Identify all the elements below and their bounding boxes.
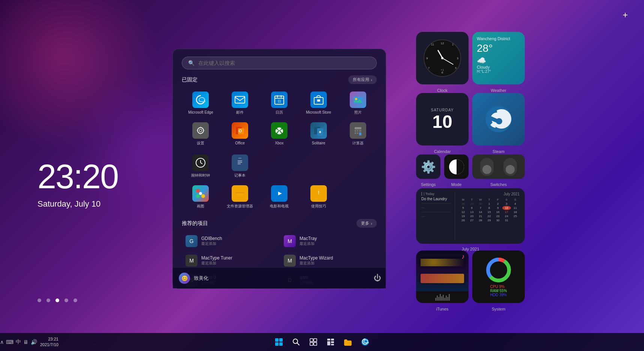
- all-apps-button[interactable]: 所有应用 ›: [348, 75, 377, 84]
- pinned-apps-row3: 闹钟和时钟 记事本: [173, 150, 386, 182]
- tray-speaker[interactable]: 🔊: [31, 339, 37, 345]
- mactype-wizard-icon: M: [284, 255, 296, 267]
- app-notepad[interactable]: 记事本: [221, 152, 259, 181]
- weather-cloud-icon: ☁️: [477, 56, 520, 65]
- xbox-icon: [271, 122, 288, 139]
- widget-weather: Wancheng District 28° ☁️ Cloudy H:°L:27°: [472, 32, 525, 84]
- search-icon: 🔍: [188, 60, 195, 66]
- weather-widget-label: Weather: [472, 88, 525, 93]
- windows-logo-icon: [275, 338, 283, 346]
- page-dots: [37, 298, 77, 302]
- user-avatar: 😊: [179, 273, 190, 284]
- taskbar-search[interactable]: [289, 334, 304, 350]
- svg-rect-63: [327, 341, 330, 345]
- app-edge[interactable]: Microsoft Edge: [182, 88, 220, 118]
- today-task: Do the Laundry: [421, 197, 451, 201]
- svg-rect-28: [357, 130, 358, 132]
- svg-point-42: [201, 189, 205, 193]
- tray-keyboard[interactable]: ⌨: [6, 339, 13, 345]
- tray-monitor[interactable]: 🖥: [23, 339, 28, 345]
- svg-point-14: [355, 98, 357, 100]
- app-clock[interactable]: 闹钟和时钟: [182, 152, 220, 181]
- app-tips[interactable]: ! 使用技巧: [300, 182, 337, 212]
- pinned-header: 已固定 所有应用 ›: [173, 69, 386, 87]
- taskbar-edge-icon: [361, 338, 369, 346]
- mactray-icon: M: [284, 235, 296, 247]
- widget-mode[interactable]: [444, 154, 469, 179]
- tray-lang[interactable]: 中: [16, 339, 21, 345]
- switch-1[interactable]: [480, 158, 494, 176]
- taskview-icon: [310, 338, 317, 346]
- mactype-wizard-sub: 最近添加: [300, 261, 373, 266]
- start-button[interactable]: [271, 334, 286, 350]
- dot-5[interactable]: [73, 298, 77, 302]
- widget-steam: [472, 93, 525, 146]
- app-paint[interactable]: 画图: [182, 182, 220, 212]
- app-store[interactable]: Microsoft Store: [300, 88, 337, 118]
- widget-itunes: ♪: [416, 250, 469, 303]
- cal-day: SATURDAY: [431, 108, 454, 112]
- today-tag: | Today: [421, 192, 451, 196]
- rec-mactray[interactable]: M MacTray 最近添加: [280, 232, 377, 250]
- rec-gdibench[interactable]: G GDIBench 最近添加: [182, 232, 279, 250]
- taskbar-tray: ∧ ⌨ 中 🖥 🔊 23:21 2021/7/10: [0, 336, 62, 348]
- tray-arrow[interactable]: ∧: [0, 339, 4, 345]
- mode-circle: [449, 159, 464, 174]
- app-calendar[interactable]: 日 日历: [261, 88, 298, 118]
- system-donut: [485, 257, 512, 283]
- taskbar-edge[interactable]: [358, 334, 373, 350]
- rec-mactype-tuner[interactable]: M MacType Tuner 最近添加: [182, 252, 279, 270]
- dot-1[interactable]: [37, 298, 41, 302]
- taskbar-clock[interactable]: 23:21 2021/7/10: [40, 336, 58, 348]
- gdibench-icon: G: [186, 235, 198, 247]
- svg-text:!: !: [318, 190, 319, 195]
- svg-rect-30: [355, 132, 356, 134]
- widget-calendar-full: | Today Do the Laundry — — July 2021 MTW…: [416, 188, 525, 244]
- add-widget-button[interactable]: +: [620, 9, 631, 21]
- search-input[interactable]: [198, 60, 370, 66]
- app-movies[interactable]: 电影和电视: [261, 182, 298, 212]
- tips-icon: !: [310, 185, 327, 202]
- calc-icon: [350, 122, 366, 139]
- svg-rect-29: [359, 130, 361, 132]
- files-icon: [232, 185, 248, 202]
- app-mail[interactable]: 邮件: [221, 88, 259, 118]
- search-bar[interactable]: 🔍: [182, 57, 377, 69]
- paint-label: 画图: [197, 204, 204, 208]
- clock-app-icon: [192, 154, 209, 171]
- dot-2[interactable]: [46, 298, 50, 302]
- svg-point-41: [196, 189, 200, 193]
- clock-time: 23:20: [37, 158, 118, 196]
- mode-label: Mode: [444, 182, 469, 187]
- app-office[interactable]: O Office: [221, 119, 259, 148]
- app-files[interactable]: 文件资源管理器: [221, 182, 259, 212]
- taskbar-widgets[interactable]: [323, 334, 338, 350]
- switch-2[interactable]: [503, 158, 517, 176]
- app-xbox[interactable]: Xbox: [261, 119, 298, 148]
- user-profile[interactable]: 😊 致美化: [179, 273, 208, 284]
- taskbar-taskview[interactable]: [306, 334, 321, 350]
- rec-mactype-wizard[interactable]: M MacType Wizard 最近添加: [280, 252, 377, 270]
- pinned-apps-row4: 画图 文件资源管理器 电影和电视: [173, 182, 386, 213]
- svg-rect-52: [279, 338, 283, 342]
- cal-date: 10: [432, 113, 452, 131]
- hdd-stat: HDD 39%: [490, 293, 507, 297]
- paint-icon: [192, 185, 209, 202]
- more-button[interactable]: 更多 ›: [356, 219, 377, 228]
- widget-settings[interactable]: ⚙️: [416, 154, 440, 179]
- app-calc[interactable]: 计算器: [339, 119, 377, 148]
- photos-icon: [350, 92, 366, 108]
- dot-3[interactable]: [55, 298, 59, 302]
- dot-4[interactable]: [64, 298, 68, 302]
- steam-logo-icon: [484, 104, 514, 134]
- app-settings[interactable]: 设置: [182, 119, 220, 148]
- settings-icon: [192, 122, 209, 139]
- widget-clock: 12 3 6 9 1 11 5 7 +1: [416, 32, 469, 84]
- widget-calendar: SATURDAY 10: [416, 93, 469, 146]
- taskbar-explorer[interactable]: [340, 334, 355, 350]
- app-photos[interactable]: 照片: [339, 88, 377, 118]
- itunes-label: iTunes: [416, 307, 469, 311]
- power-button[interactable]: ⏻: [374, 274, 381, 282]
- app-solitaire[interactable]: ♠ Solitaire: [300, 119, 337, 148]
- svg-rect-36: [236, 158, 244, 167]
